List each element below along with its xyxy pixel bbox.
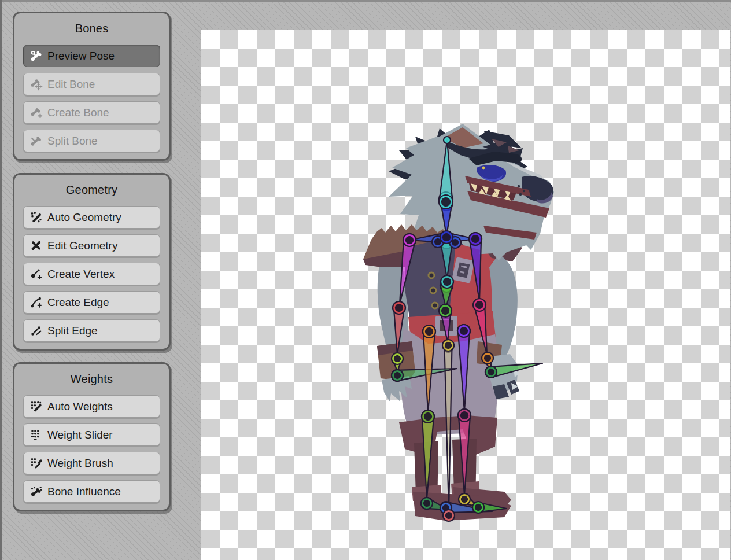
edit-geometry-icon: [29, 240, 42, 252]
tool-edit-geometry[interactable]: Edit Geometry: [23, 234, 160, 257]
weight-brush-icon: [29, 457, 42, 470]
tool-label: Edit Geometry: [47, 240, 117, 252]
tool-split-bone: Split Bone: [23, 130, 160, 152]
joint-hip-left[interactable]: [423, 325, 435, 338]
tool-create-edge[interactable]: Create Edge: [23, 291, 160, 314]
auto-weights-icon: [29, 400, 42, 413]
panel-weights: WeightsAuto WeightsWeight SliderWeight B…: [13, 362, 171, 511]
panel-title-bones: Bones: [23, 20, 160, 36]
joint-spine-mid[interactable]: [441, 275, 453, 288]
joint-tail-start[interactable]: [442, 340, 454, 351]
create-vertex-icon: [29, 268, 42, 281]
split-bone-icon: [29, 135, 42, 148]
joint-ankle-right[interactable]: [459, 493, 470, 505]
joint-shoulder-right[interactable]: [469, 233, 482, 245]
tool-auto-weights[interactable]: Auto Weights: [23, 395, 160, 418]
window-left-edge: [0, 0, 2, 560]
joint-neck[interactable]: [439, 195, 453, 209]
panel-bones: BonesPreview PoseEdit BoneCreate BoneSpl…: [13, 12, 171, 161]
tool-label: Create Bone: [47, 106, 109, 119]
joint-shoulder-left[interactable]: [403, 234, 416, 246]
tool-label: Auto Geometry: [47, 211, 121, 224]
tool-label: Create Vertex: [47, 268, 115, 281]
joint-hand-right[interactable]: [485, 366, 497, 378]
joint-head-top[interactable]: [444, 137, 451, 143]
tool-edit-bone: Edit Bone: [23, 73, 160, 95]
joint-hip-right[interactable]: [457, 325, 470, 337]
tool-weight-slider[interactable]: Weight Slider: [23, 423, 160, 446]
tool-split-edge[interactable]: Split Edge: [23, 319, 160, 342]
tool-label: Split Bone: [47, 135, 98, 148]
joint-knee-left[interactable]: [422, 410, 434, 423]
joint-hand-left[interactable]: [392, 370, 403, 381]
tool-label: Bone Influence: [47, 485, 121, 498]
joint-wrist-left[interactable]: [392, 353, 403, 364]
joint-knee-right[interactable]: [458, 409, 471, 422]
window-top-edge: [0, 0, 731, 2]
joint-elbow-left[interactable]: [393, 301, 405, 314]
skinning-editor: { "sidebar": { "panels": [ { "id": "bone…: [0, 0, 731, 560]
tool-preview-pose[interactable]: Preview Pose: [23, 45, 160, 67]
tool-label: Split Edge: [47, 325, 98, 337]
tool-label: Preview Pose: [47, 50, 115, 62]
tool-weight-brush[interactable]: Weight Brush: [23, 452, 160, 474]
joint-chest-center[interactable]: [440, 231, 453, 244]
tool-label: Edit Bone: [47, 78, 95, 91]
tool-label: Auto Weights: [47, 400, 113, 413]
edit-bone-icon: [29, 78, 42, 91]
joint-tail-end[interactable]: [443, 510, 455, 521]
joint-ankle-left[interactable]: [421, 498, 433, 509]
panel-geometry: GeometryAuto GeometryEdit GeometryCreate…: [13, 173, 171, 351]
tool-create-vertex[interactable]: Create Vertex: [23, 263, 160, 285]
joint-elbow-right[interactable]: [473, 299, 486, 311]
tool-label: Weight Slider: [47, 429, 113, 441]
split-edge-icon: [29, 325, 42, 337]
bone-influence-icon: [29, 485, 42, 498]
create-bone-icon: [29, 106, 42, 119]
weight-slider-icon: [29, 429, 42, 441]
panel-title-geometry: Geometry: [23, 182, 160, 198]
tool-bone-influence[interactable]: Bone Influence: [23, 480, 160, 503]
tool-label: Create Edge: [47, 296, 109, 309]
joint-toe-right[interactable]: [472, 502, 484, 513]
create-edge-icon: [29, 296, 42, 309]
auto-geometry-icon: [29, 211, 42, 224]
joint-wrist-right[interactable]: [482, 352, 493, 364]
panel-title-weights: Weights: [23, 371, 160, 387]
tool-auto-geometry[interactable]: Auto Geometry: [23, 206, 160, 229]
joint-pelvis[interactable]: [439, 304, 452, 317]
preview-pose-icon: [29, 50, 42, 62]
tool-create-bone: Create Bone: [23, 101, 160, 124]
tool-label: Weight Brush: [47, 457, 113, 470]
